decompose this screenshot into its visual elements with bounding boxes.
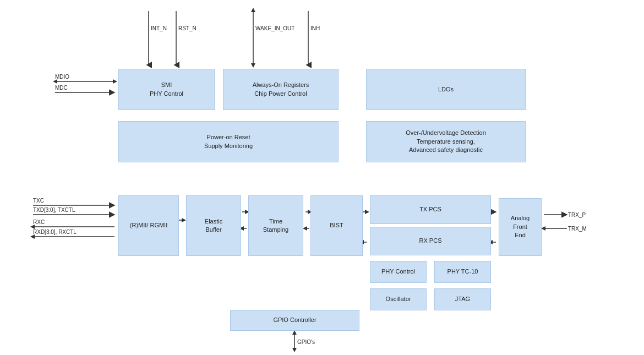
- jtag-label: JTAG: [455, 295, 470, 303]
- over-undervoltage-block: Over-/Undervoltage DetectionTemperature …: [366, 121, 526, 162]
- svg-text:INH: INH: [310, 25, 320, 31]
- svg-text:MDC: MDC: [55, 85, 68, 91]
- rmii-rgmii-block: (R)MII/ RGMII: [118, 195, 179, 256]
- svg-marker-50: [292, 348, 297, 352]
- ldos-block: LDOs: [366, 69, 526, 110]
- smi-phy-label: SMIPHY Control: [150, 81, 183, 98]
- bist-label: BIST: [330, 221, 343, 230]
- oscillator-label: Oscillator: [386, 295, 411, 303]
- svg-text:MDIO: MDIO: [55, 74, 69, 80]
- smi-phy-block: SMIPHY Control: [118, 69, 215, 110]
- tx-pcs-label: TX PCS: [419, 205, 441, 214]
- svg-marker-37: [365, 210, 369, 214]
- time-stamping-label: TimeStamping: [263, 217, 288, 234]
- phy-tc10-label: PHY TC-10: [447, 267, 478, 276]
- svg-text:TRX_M: TRX_M: [568, 226, 587, 232]
- svg-text:GPIO's: GPIO's: [297, 339, 315, 345]
- power-on-reset-block: Power-on ResetSupply Monitoring: [118, 121, 339, 162]
- power-on-reset-label: Power-on ResetSupply Monitoring: [204, 133, 253, 150]
- gpio-controller-label: GPIO Controller: [273, 316, 316, 324]
- svg-text:RXD[3:0], RXCTL: RXD[3:0], RXCTL: [33, 229, 77, 235]
- oscillator-block: Oscillator: [370, 288, 427, 310]
- svg-marker-49: [292, 330, 297, 335]
- svg-marker-24: [30, 234, 35, 239]
- block-diagram: INT_N RST_N WAKE_IN_OUT INH MDIO MDC TXC…: [0, 0, 644, 355]
- phy-control-block: PHY Control: [370, 261, 427, 283]
- always-on-block: Always-On RegistersChip Power Control: [223, 69, 339, 110]
- svg-marker-12: [113, 79, 117, 84]
- svg-text:RST_N: RST_N: [178, 25, 197, 31]
- rx-pcs-block: RX PCS: [370, 227, 491, 255]
- analog-front-end-block: AnalogFrontEnd: [499, 198, 542, 256]
- elastic-buffer-label: ElasticBuffer: [205, 217, 222, 234]
- phy-control-label: PHY Control: [381, 267, 415, 276]
- always-on-label: Always-On RegistersChip Power Control: [253, 81, 309, 98]
- over-undervoltage-label: Over-/Undervoltage DetectionTemperature …: [406, 129, 486, 154]
- diagram-svg: INT_N RST_N WAKE_IN_OUT INH MDIO MDC TXC…: [0, 0, 644, 355]
- svg-marker-11: [53, 79, 57, 84]
- svg-marker-27: [182, 218, 186, 222]
- svg-text:RXC: RXC: [33, 219, 45, 225]
- tx-pcs-block: TX PCS: [370, 195, 491, 224]
- elastic-buffer-block: ElasticBuffer: [186, 195, 241, 256]
- rmii-rgmii-label: (R)MII/ RGMII: [130, 221, 167, 230]
- svg-marker-5: [251, 8, 255, 12]
- svg-marker-6: [251, 63, 255, 68]
- svg-text:TXC: TXC: [33, 198, 44, 204]
- jtag-block: JTAG: [434, 288, 491, 310]
- analog-front-end-label: AnalogFrontEnd: [511, 214, 530, 239]
- ldos-label: LDOs: [438, 85, 454, 94]
- svg-text:INT_N: INT_N: [151, 25, 167, 31]
- svg-text:TXD[3:0], TXCTL: TXD[3:0], TXCTL: [33, 207, 75, 213]
- svg-marker-35: [303, 226, 307, 231]
- time-stamping-block: TimeStamping: [248, 195, 303, 256]
- gpio-controller-block: GPIO Controller: [230, 310, 359, 331]
- svg-marker-21: [30, 225, 35, 229]
- svg-text:TRX_P: TRX_P: [568, 212, 586, 218]
- svg-text:WAKE_IN_OUT: WAKE_IN_OUT: [255, 25, 294, 31]
- phy-tc10-block: PHY TC-10: [434, 261, 491, 283]
- bist-block: BIST: [310, 195, 363, 256]
- svg-marker-43: [541, 226, 545, 231]
- rx-pcs-label: RX PCS: [419, 237, 442, 245]
